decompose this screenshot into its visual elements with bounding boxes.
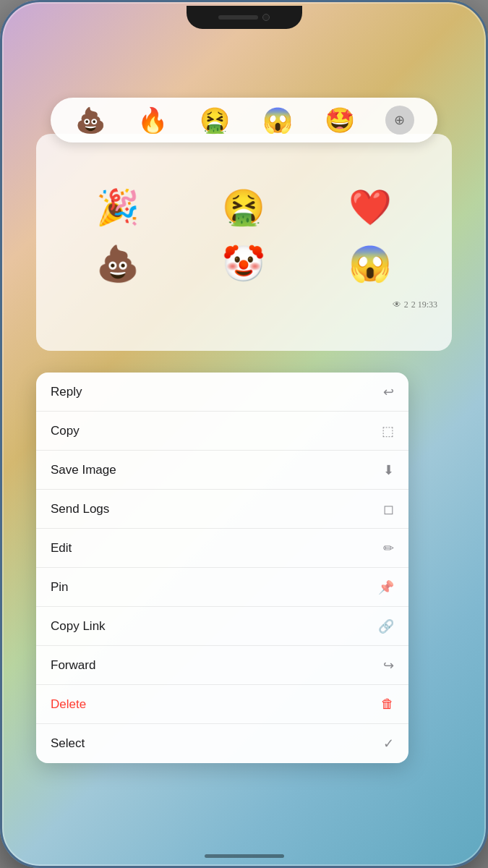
context-menu: Reply ↩ Copy ⬚ Save Image ⬇ Send Logs ◻ …: [36, 373, 408, 763]
reaction-scared[interactable]: 😱: [261, 103, 294, 137]
message-timestamp: 👁 2 2 19:33: [393, 299, 437, 310]
plus-icon: ⊕: [394, 112, 405, 128]
emoji-cell-heart: ❤️: [310, 182, 430, 233]
menu-item-forward[interactable]: Forward ↪: [36, 646, 408, 685]
emoji-cell-clown: 🤡: [184, 239, 304, 289]
reaction-bar: 💩 🔥 🤮 😱 🤩 ⊕: [51, 98, 437, 142]
emoji-cell-party: 🎉: [58, 182, 178, 233]
speaker-grille: [218, 15, 258, 20]
menu-item-save-image[interactable]: Save Image ⬇: [36, 451, 408, 490]
reaction-poop[interactable]: 💩: [74, 103, 107, 137]
emoji-cell-poop: 💩: [58, 239, 178, 289]
phone-wrapper: 💩 🔥 🤮 😱 🤩 ⊕ 🎉 🤮 ❤️ 💩 🤡 😱 👁: [0, 0, 488, 868]
reply-icon: ↩: [383, 384, 394, 400]
delete-label: Delete: [51, 697, 86, 712]
home-indicator[interactable]: [205, 854, 284, 858]
edit-label: Edit: [51, 541, 72, 556]
copy-link-icon: 🔗: [378, 618, 394, 634]
emoji-grid: 🎉 🤮 ❤️ 💩 🤡 😱: [51, 175, 437, 297]
menu-item-pin[interactable]: Pin 📌: [36, 568, 408, 607]
more-reactions-button[interactable]: ⊕: [385, 106, 414, 135]
front-camera: [262, 14, 270, 21]
menu-item-edit[interactable]: Edit ✏: [36, 529, 408, 568]
pin-label: Pin: [51, 580, 69, 595]
forward-icon: ↪: [383, 658, 394, 673]
copy-link-label: Copy Link: [51, 619, 106, 634]
send-logs-label: Send Logs: [51, 502, 109, 516]
reply-label: Reply: [51, 385, 82, 399]
menu-item-copy[interactable]: Copy ⬚: [36, 412, 408, 451]
message-bubble: 🎉 🤮 ❤️ 💩 🤡 😱 👁 2 2 19:33: [36, 134, 452, 351]
copy-icon: ⬚: [382, 423, 394, 439]
save-image-icon: ⬇: [383, 462, 394, 478]
menu-item-copy-link[interactable]: Copy Link 🔗: [36, 607, 408, 646]
menu-item-reply[interactable]: Reply ↩: [36, 373, 408, 412]
pin-icon: 📌: [378, 579, 394, 595]
screen-content: 💩 🔥 🤮 😱 🤩 ⊕ 🎉 🤮 ❤️ 💩 🤡 😱 👁: [14, 40, 474, 846]
read-icon: 👁: [393, 299, 401, 310]
emoji-cell-sick: 🤮: [184, 182, 304, 233]
copy-label: Copy: [51, 424, 80, 438]
reaction-starstruck[interactable]: 🤩: [323, 103, 356, 137]
select-label: Select: [51, 736, 85, 751]
notch: [187, 6, 302, 29]
menu-item-send-logs[interactable]: Send Logs ◻: [36, 490, 408, 529]
reaction-fire[interactable]: 🔥: [136, 103, 169, 137]
save-image-label: Save Image: [51, 463, 116, 477]
delete-icon: 🗑: [381, 697, 394, 712]
reaction-sick[interactable]: 🤮: [198, 103, 231, 137]
time-display: 2 19:33: [411, 299, 437, 310]
read-count: 2: [404, 299, 408, 310]
select-icon: ✓: [383, 736, 394, 752]
forward-label: Forward: [51, 658, 95, 673]
send-logs-icon: ◻: [383, 501, 394, 517]
menu-item-delete[interactable]: Delete 🗑: [36, 685, 408, 724]
menu-item-select[interactable]: Select ✓: [36, 724, 408, 763]
emoji-cell-scared: 😱: [310, 239, 430, 289]
edit-icon: ✏: [383, 540, 394, 556]
